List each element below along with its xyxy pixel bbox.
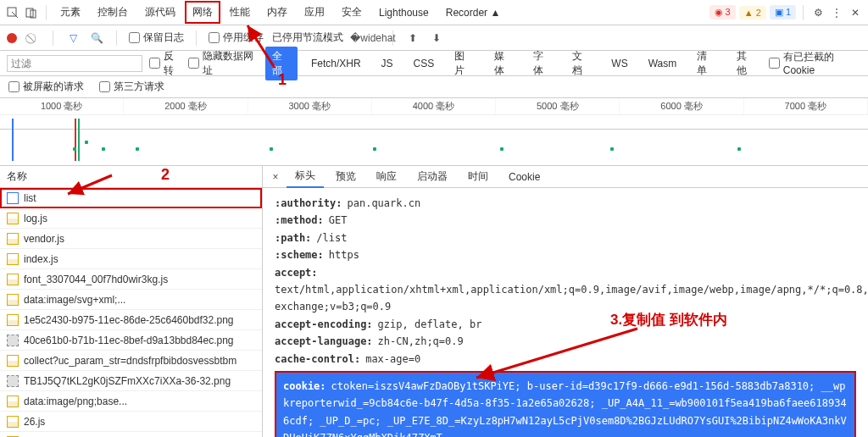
close-icon[interactable]: ✕	[848, 5, 863, 20]
filter-icon[interactable]: ▽	[65, 30, 81, 46]
type-img[interactable]: 图片	[448, 47, 480, 80]
request-row[interactable]: collect?uc_param_str=dndsfrpfbibdosvessb…	[0, 351, 262, 371]
file-icon	[7, 192, 19, 204]
request-list[interactable]: list log.js vendor.js index.js font_3307…	[0, 188, 262, 437]
type-font[interactable]: 字体	[526, 47, 559, 80]
tab-memory[interactable]: 内存	[260, 2, 294, 23]
type-css[interactable]: CSS	[407, 55, 442, 72]
tab-initiator[interactable]: 启动器	[409, 166, 456, 187]
data-icon	[7, 294, 19, 306]
thirdparty-checkbox[interactable]: 第三方请求	[99, 80, 164, 94]
name-column-header[interactable]: 名称	[0, 166, 262, 188]
type-manifest[interactable]: 清单	[690, 47, 722, 80]
search-icon[interactable]: 🔍	[89, 30, 104, 46]
request-list-panel: 名称 list log.js vendor.js index.js font_3…	[0, 166, 263, 437]
download-icon[interactable]: ⬇	[429, 30, 444, 46]
request-row[interactable]: vendor.js	[0, 229, 262, 249]
header-row: :path:/list	[275, 230, 856, 246]
js-icon	[7, 253, 19, 265]
error-count[interactable]: ◉ 3	[709, 5, 736, 19]
inspect-icon[interactable]	[5, 5, 20, 20]
type-wasm[interactable]: Wasm	[642, 55, 684, 72]
tab-sources[interactable]: 源代码	[138, 2, 182, 23]
invert-checkbox[interactable]: 反转	[149, 49, 181, 78]
timeline-bar	[12, 119, 14, 161]
upload-icon[interactable]: ⬆	[405, 30, 420, 46]
img-icon	[7, 335, 19, 346]
tab-network[interactable]: 网络	[186, 2, 220, 23]
request-row[interactable]: font_3307044_00f7hd0wir3kg.js	[0, 269, 262, 290]
divider	[46, 5, 47, 20]
main-split: 名称 list log.js vendor.js index.js font_3…	[0, 166, 868, 437]
img-icon	[7, 375, 19, 387]
header-row: accept:text/html,application/xhtml+xml,a…	[275, 264, 856, 316]
disable-cache-checkbox[interactable]: 停用缓存	[209, 30, 264, 45]
kebab-icon[interactable]: ⋮	[829, 5, 844, 20]
xhr-icon	[7, 355, 19, 367]
tab-elements[interactable]: 元素	[53, 2, 87, 23]
type-all[interactable]: 全部	[265, 47, 298, 80]
message-count[interactable]: ▣ 1	[770, 5, 796, 19]
blocked-requests-checkbox[interactable]: 被屏蔽的请求	[8, 80, 84, 94]
tab-security[interactable]: 安全	[335, 2, 369, 23]
tab-recorder[interactable]: Recorder ▲	[439, 3, 508, 22]
preserve-log-checkbox[interactable]: 保留日志	[129, 30, 184, 45]
header-row: :method:GET	[275, 212, 856, 229]
hide-data-urls-checkbox[interactable]: 隐藏数据网址	[188, 49, 259, 78]
request-detail-panel: × 标头 预览 响应 启动器 时间 Cookie :authority:pan.…	[263, 166, 868, 437]
request-row[interactable]: data:image/svg+xml;...	[0, 290, 262, 310]
close-detail-icon[interactable]: ×	[268, 169, 283, 185]
request-row[interactable]: 40ce61b0-b71b-11ec-8bef-d9a13bbd84ec.png	[0, 330, 262, 351]
type-doc[interactable]: 文档	[565, 47, 598, 80]
stop-icon[interactable]: ⃠	[25, 30, 41, 46]
tab-lighthouse[interactable]: Lighthouse	[372, 3, 436, 22]
request-row[interactable]: index.js	[0, 249, 262, 269]
cookie-header-row[interactable]: cookie:ctoken=iszsV4awFzDaOBy1tSKPiYE; b…	[275, 371, 856, 437]
js-icon	[7, 233, 19, 245]
tab-performance[interactable]: 性能	[223, 2, 257, 23]
tab-preview[interactable]: 预览	[327, 166, 364, 187]
filter-input[interactable]	[7, 55, 142, 72]
request-row[interactable]: 26.js	[0, 412, 262, 432]
js-icon	[7, 274, 19, 285]
type-other[interactable]: 其他	[730, 47, 762, 80]
wifi-icon[interactable]: �widehat	[365, 30, 381, 46]
warning-count[interactable]: ▲ 2	[739, 6, 766, 19]
request-row[interactable]: data:image/png;base...	[0, 391, 262, 412]
request-row[interactable]: TB1J5Q7tKL2gK0jSZFmXXc7iXXa-36-32.png	[0, 371, 262, 391]
request-row[interactable]: 21.js	[0, 432, 262, 437]
throttle-select[interactable]: 已停用节流模式	[272, 30, 343, 45]
type-ws[interactable]: WS	[604, 55, 634, 72]
tab-response[interactable]: 响应	[368, 166, 405, 187]
device-toggle-icon[interactable]	[24, 5, 39, 20]
tab-cookies[interactable]: Cookie	[500, 168, 548, 186]
header-row: :authority:pan.quark.cn	[275, 195, 856, 212]
tab-timing[interactable]: 时间	[459, 166, 497, 187]
header-row: :scheme:https	[275, 246, 856, 263]
header-row: accept-encoding:gzip, deflate, br	[275, 316, 856, 333]
devtools-main-tabs: 元素 控制台 源代码 网络 性能 内存 应用 安全 Lighthouse Rec…	[0, 0, 868, 25]
blocked-cookies-checkbox[interactable]: 有已拦截的 Cookie	[769, 50, 861, 76]
type-media[interactable]: 媒体	[487, 47, 520, 80]
tab-headers[interactable]: 标头	[287, 165, 324, 188]
gear-icon[interactable]: ⚙	[810, 5, 826, 20]
request-row[interactable]: log.js	[0, 208, 262, 229]
js-icon	[7, 416, 19, 428]
tab-console[interactable]: 控制台	[91, 2, 135, 23]
timeline-bar	[75, 119, 76, 161]
header-row: accept-language:zh-CN,zh;q=0.9	[275, 333, 856, 350]
data-icon	[7, 396, 19, 407]
js-icon	[7, 213, 19, 224]
detail-tabs: × 标头 预览 响应 启动器 时间 Cookie	[263, 166, 868, 188]
request-row[interactable]: 1e5c2430-b975-11ec-86de-25c6460bdf32.png	[0, 310, 262, 330]
type-js[interactable]: JS	[375, 55, 400, 72]
headers-view[interactable]: :authority:pan.quark.cn :method:GET :pat…	[263, 188, 868, 437]
timeline-overview[interactable]: 1000 毫秒 2000 毫秒 3000 毫秒 4000 毫秒 5000 毫秒 …	[0, 98, 868, 166]
header-row: cache-control:max-age=0	[275, 351, 856, 368]
request-row-list[interactable]: list	[0, 188, 262, 208]
img-icon	[7, 314, 19, 326]
record-button[interactable]	[7, 33, 17, 43]
type-fetchxhr[interactable]: Fetch/XHR	[304, 55, 368, 72]
filter-bar: 反转 隐藏数据网址 全部 Fetch/XHR JS CSS 图片 媒体 字体 文…	[0, 51, 868, 76]
tab-application[interactable]: 应用	[298, 2, 331, 23]
